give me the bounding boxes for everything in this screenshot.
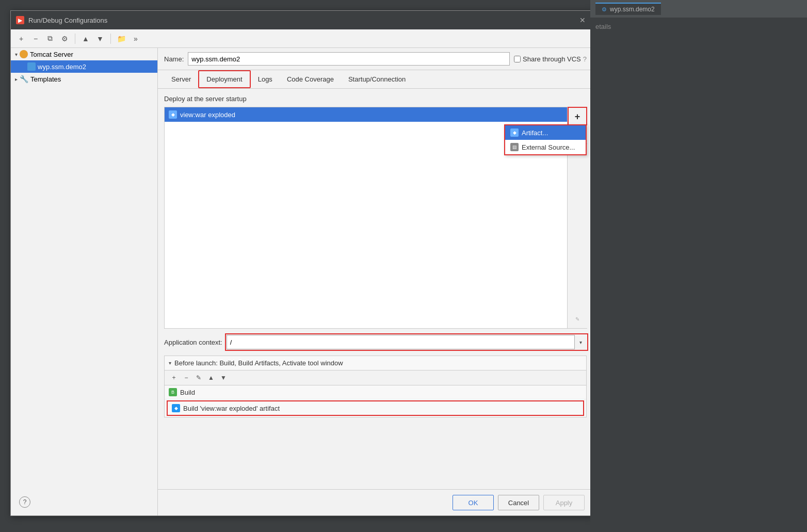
title-bar-left: ▶ Run/Debug Configurations	[16, 16, 107, 24]
move-up-button[interactable]: ▲	[79, 33, 92, 45]
before-launch-down-btn[interactable]: ▼	[218, 373, 229, 383]
name-input[interactable]	[188, 52, 510, 66]
tomcat-chevron[interactable]: ▾	[15, 52, 18, 57]
copy-config-button[interactable]: ⧉	[44, 33, 56, 45]
before-launch-section: ▾ Before launch: Build, Build Artifacts,…	[164, 356, 587, 417]
before-launch-edit-btn[interactable]: ✎	[193, 373, 204, 383]
before-launch-chevron[interactable]: ▾	[169, 360, 171, 366]
ide-tab-label: wyp.ssm.demo2	[610, 6, 655, 13]
share-vcs-checkbox[interactable]	[514, 56, 521, 62]
move-down-button[interactable]: ▼	[94, 33, 106, 45]
bottom-bar: OK Cancel Apply	[158, 489, 593, 515]
share-vcs-label: Share through VCS	[523, 55, 581, 63]
wrench-icon: 🔧	[20, 75, 28, 83]
before-launch-remove-btn[interactable]: −	[181, 373, 191, 383]
deploy-dropdown-menu: ◆ Artifact... ▤ External Source...	[504, 124, 587, 155]
before-launch-up-btn[interactable]: ▲	[206, 373, 216, 383]
tab-server[interactable]: Server	[164, 70, 198, 88]
sidebar-templates-section[interactable]: ▸ 🔧 Templates	[11, 73, 157, 85]
before-launch-header: ▾ Before launch: Build, Build Artifacts,…	[165, 356, 586, 370]
server-icon	[27, 62, 36, 71]
before-launch-build-item[interactable]: B Build	[165, 385, 586, 399]
cancel-button[interactable]: Cancel	[498, 495, 539, 510]
templates-chevron[interactable]: ▸	[15, 76, 18, 82]
ide-details-text: etails	[590, 18, 807, 36]
tomcat-icon	[20, 50, 28, 58]
tab-bar: Server Deployment Logs Code Coverage Sta…	[158, 70, 593, 89]
tomcat-server-label[interactable]: Tomcat Server	[30, 51, 73, 58]
build-item-label: Build	[180, 389, 195, 396]
artifact-icon: ◆	[169, 110, 177, 119]
context-dropdown-button[interactable]: ▾	[574, 335, 587, 349]
deploy-item-label: view:war exploded	[180, 111, 235, 119]
context-input[interactable]	[227, 335, 587, 349]
run-debug-dialog: ▶ Run/Debug Configurations ✕ + − ⧉ ⚙ ▲ ▼…	[10, 10, 593, 516]
sidebar-item-wyp[interactable]: wyp.ssm.demo2	[11, 60, 157, 73]
tab-deployment[interactable]: Deployment	[198, 70, 250, 88]
folder-button[interactable]: 📁	[115, 33, 127, 45]
dialog-icon: ▶	[16, 16, 24, 24]
ide-tab-wyp[interactable]: ⚙ wyp.ssm.demo2	[595, 3, 661, 15]
dropdown-external-source-item[interactable]: ▤ External Source...	[505, 140, 586, 154]
title-bar: ▶ Run/Debug Configurations ✕	[11, 11, 593, 29]
tab-logs[interactable]: Logs	[251, 70, 280, 88]
ide-right-panel: ⚙ wyp.ssm.demo2 etails	[590, 0, 807, 532]
artifact-build-icon: ◆	[172, 404, 180, 412]
tab-startup[interactable]: Startup/Connection	[341, 70, 413, 88]
before-launch-add-btn[interactable]: +	[169, 373, 179, 383]
artifact-item-label: Build 'view:war exploded' artifact	[183, 405, 280, 412]
settings-config-button[interactable]: ⚙	[58, 33, 71, 45]
ok-button[interactable]: OK	[453, 495, 494, 510]
sidebar: ▾ Tomcat Server wyp.ssm.demo2 ▸ 🔧 Templa…	[11, 48, 158, 515]
ide-tab-icon: ⚙	[602, 6, 607, 13]
context-input-wrapper: ▾	[227, 335, 587, 349]
plus-btn-wrapper: + ◆ Artifact... ▤ External Source...	[568, 107, 587, 125]
more-button[interactable]: »	[130, 33, 142, 45]
context-label: Application context:	[164, 338, 222, 346]
deploy-edit-btn[interactable]: ✎	[568, 310, 587, 329]
deploy-item[interactable]: ◆ view:war exploded	[165, 107, 586, 122]
dropdown-artifact-item[interactable]: ◆ Artifact...	[505, 125, 586, 140]
sidebar-child-label: wyp.ssm.demo2	[38, 63, 86, 71]
remove-config-button[interactable]: −	[29, 33, 42, 45]
ide-tab-bar: ⚙ wyp.ssm.demo2	[590, 0, 807, 18]
apply-button[interactable]: Apply	[543, 495, 585, 510]
sidebar-tomcat-section: ▾ Tomcat Server	[11, 48, 157, 60]
deploy-section-title: Deploy at the server startup	[164, 95, 587, 103]
add-config-button[interactable]: +	[15, 33, 27, 45]
deploy-side-buttons: + ◆ Artifact... ▤ External Source...	[567, 107, 587, 329]
external-source-icon: ▤	[510, 143, 519, 151]
add-deploy-button[interactable]: +	[568, 107, 587, 125]
share-vcs-row: Share through VCS ?	[514, 55, 587, 63]
dialog-title: Run/Debug Configurations	[28, 17, 107, 24]
share-help-icon: ?	[583, 55, 587, 63]
toolbar-separator-2	[110, 34, 111, 44]
main-content: ▾ Tomcat Server wyp.ssm.demo2 ▸ 🔧 Templa…	[11, 48, 593, 515]
help-button[interactable]: ?	[19, 496, 30, 508]
before-launch-title: Before launch: Build, Build Artifacts, A…	[174, 359, 343, 367]
toolbar-separator	[75, 34, 75, 44]
before-launch-artifact-item[interactable]: ◆ Build 'view:war exploded' artifact	[167, 400, 584, 416]
ide-content-area: etails	[590, 18, 807, 532]
right-panel: Name: Share through VCS ? Server Deploym…	[158, 48, 593, 515]
configuration-toolbar: + − ⧉ ⚙ ▲ ▼ 📁 »	[11, 29, 593, 48]
deployment-tab-content: Deploy at the server startup ◆ view:war …	[158, 89, 593, 489]
dropdown-artifact-icon: ◆	[510, 128, 519, 137]
dropdown-artifact-label: Artifact...	[522, 129, 548, 137]
templates-label[interactable]: Templates	[30, 75, 61, 83]
close-button[interactable]: ✕	[577, 15, 588, 25]
before-launch-toolbar: + − ✎ ▲ ▼	[165, 370, 586, 385]
build-icon: B	[169, 388, 177, 396]
dropdown-external-label: External Source...	[522, 143, 575, 151]
tab-code-coverage[interactable]: Code Coverage	[280, 70, 341, 88]
name-label: Name:	[164, 55, 184, 63]
context-row: Application context: ▾	[164, 335, 587, 349]
deploy-area-wrapper: ◆ view:war exploded + ◆	[164, 107, 587, 329]
name-section: Name: Share through VCS ?	[158, 48, 593, 70]
